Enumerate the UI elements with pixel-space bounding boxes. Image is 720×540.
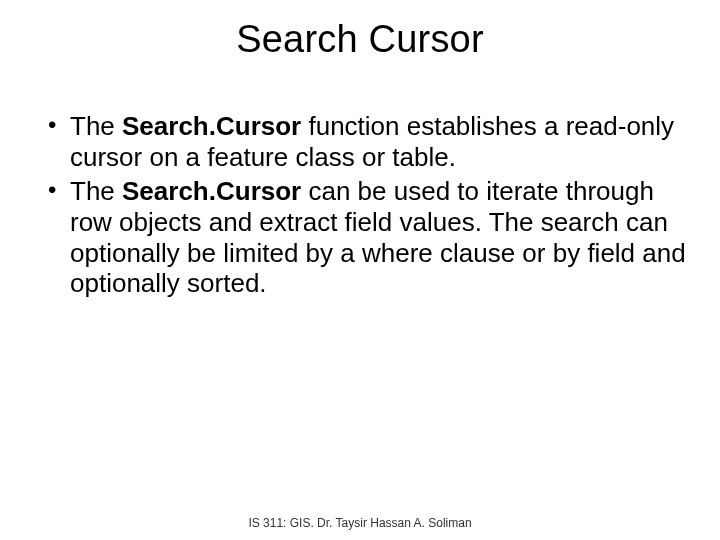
slide-body: The Search.Cursor function establishes a… bbox=[0, 111, 720, 299]
bullet-item: The Search.Cursor function establishes a… bbox=[48, 111, 686, 172]
bullet-list: The Search.Cursor function establishes a… bbox=[48, 111, 686, 299]
bullet-item: The Search.Cursor can be used to iterate… bbox=[48, 176, 686, 299]
bullet-text-bold: Search.Cursor bbox=[122, 111, 301, 141]
slide: Search Cursor The Search.Cursor function… bbox=[0, 18, 720, 540]
bullet-text-pre: The bbox=[70, 111, 122, 141]
slide-footer: IS 311: GIS. Dr. Taysir Hassan A. Solima… bbox=[0, 516, 720, 530]
slide-title: Search Cursor bbox=[0, 18, 720, 61]
bullet-text-bold: Search.Cursor bbox=[122, 176, 301, 206]
bullet-text-pre: The bbox=[70, 176, 122, 206]
